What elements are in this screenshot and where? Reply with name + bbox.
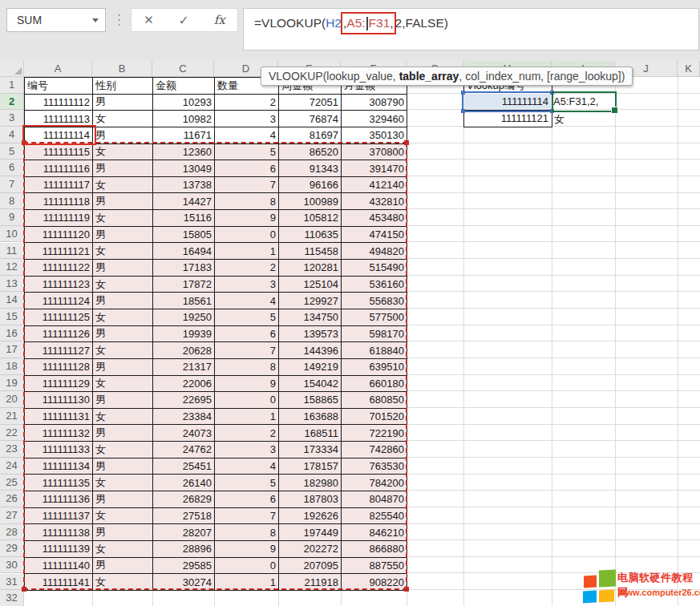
cell[interactable]: 3 [215, 111, 279, 127]
cell[interactable]: 76874 [279, 111, 342, 127]
cell[interactable]: 男 [93, 94, 153, 111]
logo-square-blue [583, 591, 597, 604]
cancel-button[interactable]: ✕ [144, 13, 154, 27]
cell[interactable]: 11671 [153, 127, 215, 143]
formula-array-ref: A5: [346, 16, 365, 30]
chevron-down-icon[interactable] [92, 18, 99, 22]
row-header-11[interactable]: 11 [0, 243, 24, 260]
formula-button-panel: ✕ ✓ fx [131, 8, 238, 32]
row-header-16[interactable]: 16 [0, 325, 24, 342]
formula-bar-strip: SUM ⋮ ✕ ✓ fx =VLOOKUP( H2 , A5: F31 , 2,… [0, 0, 700, 61]
cell[interactable]: 10293 [153, 94, 215, 111]
gridline [463, 77, 464, 606]
row-header-4[interactable]: 4 [0, 127, 24, 143]
row-header-25[interactable]: 25 [0, 475, 24, 491]
row-header-23[interactable]: 23 [0, 441, 24, 458]
row-header-12[interactable]: 12 [0, 259, 24, 276]
cell[interactable]: 350130 [342, 127, 407, 143]
enter-button[interactable]: ✓ [179, 13, 189, 28]
logo-square-red [584, 576, 597, 588]
cell[interactable]: 308790 [342, 94, 407, 111]
name-box[interactable]: SUM [6, 8, 106, 32]
lookup-value-cell-2[interactable]: 111111121 [463, 110, 552, 127]
select-all-triangle-icon [14, 67, 22, 75]
cell[interactable]: 男 [93, 127, 153, 143]
cell[interactable]: 编号 [25, 78, 93, 95]
column-header-K[interactable]: K [678, 61, 700, 77]
cell[interactable]: 性别 [93, 78, 153, 95]
row-header-6[interactable]: 6 [0, 160, 24, 176]
reference-highlight-border[interactable] [462, 91, 553, 112]
row-header-10[interactable]: 10 [0, 226, 24, 243]
formula-comma-2: , [390, 16, 393, 30]
row-header-14[interactable]: 14 [0, 292, 24, 309]
formula-bar-divider-dots: ⋮ [112, 9, 126, 31]
gridline [678, 77, 678, 606]
formula-prefix: =VLOOKUP( [254, 16, 326, 30]
cell[interactable]: 2 [215, 94, 279, 111]
selection-handle[interactable] [404, 140, 409, 145]
gridline [615, 77, 616, 606]
row-header-2[interactable]: 2 [0, 94, 24, 111]
row-header-15[interactable]: 15 [0, 309, 24, 325]
row-header-8[interactable]: 8 [0, 193, 24, 210]
text-cursor [366, 17, 368, 30]
row-header-24[interactable]: 24 [0, 458, 24, 475]
logo-square-yellow [599, 590, 614, 603]
row-header-3[interactable]: 3 [0, 110, 24, 127]
function-tooltip: VLOOKUP(lookup_value, table_array, col_i… [261, 67, 633, 86]
row-header-19[interactable]: 19 [0, 375, 24, 392]
column-header-B[interactable]: B [92, 61, 152, 77]
cell[interactable]: 72051 [279, 94, 342, 111]
selection-handle[interactable] [461, 109, 465, 113]
cell[interactable]: 81697 [279, 127, 342, 143]
row-header-20[interactable]: 20 [0, 391, 24, 408]
row-header-21[interactable]: 21 [0, 408, 24, 425]
watermark-url: www.computer26.com [619, 588, 700, 597]
column-header-C[interactable]: C [152, 61, 214, 77]
insert-function-button[interactable]: fx [214, 13, 225, 27]
formula-text: =VLOOKUP( H2 , A5: F31 , 2,FALSE) [254, 12, 448, 34]
name-box-value: SUM [17, 9, 42, 31]
formula-lookup-ref: H2 [326, 16, 342, 30]
cell[interactable]: 111111112 [25, 94, 93, 111]
row-header-27[interactable]: 27 [0, 507, 24, 524]
result-cell[interactable]: 女 [554, 111, 610, 127]
table-row: 111111112男10293272051308790 [25, 94, 407, 111]
select-all-corner[interactable] [0, 61, 24, 77]
tooltip-bold-arg: table_array [399, 70, 459, 83]
row-header-29[interactable]: 29 [0, 540, 24, 557]
cell[interactable]: 10982 [153, 111, 215, 127]
row-header-17[interactable]: 17 [0, 341, 24, 358]
row-header-1[interactable]: 1 [0, 77, 24, 94]
row-header-5[interactable]: 5 [0, 143, 24, 160]
range-selection-border[interactable] [23, 142, 407, 590]
row-header-9[interactable]: 9 [0, 209, 24, 226]
cell[interactable]: 女 [93, 111, 153, 127]
row-header-18[interactable]: 18 [0, 358, 24, 375]
row-header-30[interactable]: 30 [0, 557, 24, 574]
row-header-13[interactable]: 13 [0, 276, 24, 293]
excel-window: SUM ⋮ ✕ ✓ fx =VLOOKUP( H2 , A5: F31 , 2,… [0, 0, 700, 606]
column-header-A[interactable]: A [24, 61, 92, 77]
active-cell-border[interactable] [552, 91, 617, 112]
row-header-7[interactable]: 7 [0, 176, 24, 193]
formula-suffix: 2,FALSE) [395, 16, 448, 30]
row-header-28[interactable]: 28 [0, 524, 24, 541]
selection-handle[interactable] [22, 587, 26, 592]
selection-handle[interactable] [404, 587, 409, 592]
logo-square-green [599, 569, 616, 587]
row-header-26[interactable]: 26 [0, 491, 24, 507]
selection-handle[interactable] [461, 91, 465, 95]
cell[interactable]: 金额 [153, 78, 215, 95]
row-header-22[interactable]: 22 [0, 425, 24, 442]
cell[interactable]: 329460 [342, 111, 407, 127]
formula-bar[interactable]: =VLOOKUP( H2 , A5: F31 , 2,FALSE) [243, 8, 699, 50]
watermark: 电脑软硬件教程网 www.computer26.com [560, 564, 700, 606]
row-header-32[interactable]: 32 [0, 590, 24, 606]
tooltip-text-2: , col_index_num, [range_lookup]) [459, 70, 625, 83]
row-header-31[interactable]: 31 [0, 574, 24, 591]
formula-array-ref-2: F31 [369, 16, 390, 30]
fill-handle[interactable] [611, 107, 618, 114]
cell[interactable]: 4 [215, 127, 279, 143]
